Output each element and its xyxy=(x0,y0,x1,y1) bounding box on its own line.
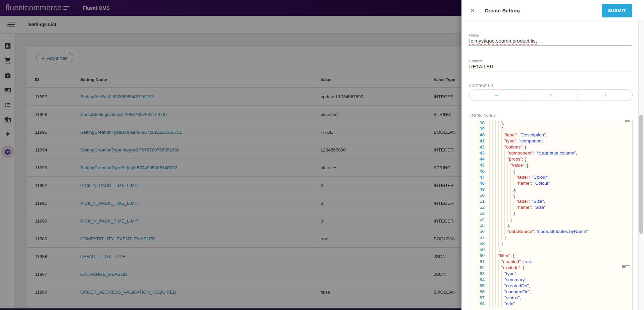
line-number: 50 xyxy=(469,192,485,198)
line-number: 46 xyxy=(469,168,485,174)
close-icon[interactable]: ✕ xyxy=(470,7,475,14)
line-number: 52 xyxy=(469,204,485,210)
editor-line: 64"summary", xyxy=(469,277,632,283)
create-setting-drawer: ✕ Create Setting SUBMIT Name fc.mystique… xyxy=(461,0,644,310)
line-number: 40 xyxy=(469,132,485,138)
json-value-label: JSON Value xyxy=(469,113,633,119)
editor-line: 62"exclude": [ xyxy=(469,265,632,271)
decrement-button[interactable]: − xyxy=(469,90,524,101)
bottom-scrollbar[interactable] xyxy=(0,308,461,310)
line-number: 62 xyxy=(469,265,485,271)
editor-line: 59], xyxy=(469,247,632,253)
json-editor[interactable]: 38},39{40"label": "Description",41"type"… xyxy=(469,120,633,310)
editor-line: 42"options": { xyxy=(469,144,632,150)
editor-line: 44"props": { xyxy=(469,156,632,162)
drawer-scrollbar-thumb[interactable] xyxy=(639,115,643,234)
editor-line: 67"status", xyxy=(469,295,632,301)
line-number: 59 xyxy=(469,247,485,253)
line-number: 56 xyxy=(469,229,485,235)
editor-line: 46{ xyxy=(469,168,632,174)
line-number: 47 xyxy=(469,174,485,180)
editor-line: 57} xyxy=(469,235,632,241)
editor-line: 40"label": "Description", xyxy=(469,132,632,138)
line-number: 42 xyxy=(469,144,485,150)
editor-line: 49}, xyxy=(469,186,632,192)
line-number: 49 xyxy=(469,186,485,192)
drawer-header: ✕ Create Setting SUBMIT xyxy=(462,0,644,21)
context-input[interactable]: RETAILER xyxy=(469,64,633,71)
line-number: 44 xyxy=(469,156,485,162)
editor-line: 65"createdOn", xyxy=(469,283,632,289)
editor-line: 54] xyxy=(469,216,632,223)
editor-line: 66"updatedOn", xyxy=(469,289,632,295)
name-input[interactable]: fc.mystique.search.product.list xyxy=(469,38,633,46)
line-number: 53 xyxy=(469,210,485,216)
line-number: 68 xyxy=(469,301,485,307)
editor-scrollbar-thumb[interactable] xyxy=(625,120,630,122)
line-number: 55 xyxy=(469,223,485,229)
line-number: 45 xyxy=(469,162,485,168)
line-number: 38 xyxy=(469,120,485,126)
editor-line: 58} xyxy=(469,241,632,247)
line-number: 51 xyxy=(469,198,485,204)
editor-scrollbar-mark[interactable] xyxy=(622,265,630,266)
line-number: 65 xyxy=(469,283,485,289)
editor-line: 45"value": [ xyxy=(469,162,632,168)
line-number: 64 xyxy=(469,277,485,283)
increment-button[interactable]: + xyxy=(578,90,632,101)
line-number: 61 xyxy=(469,259,485,265)
name-label: Name xyxy=(469,32,633,38)
editor-line: 43"component": "fc.attribute.column", xyxy=(469,150,632,156)
line-number: 39 xyxy=(469,126,485,132)
drawer-title: Create Setting xyxy=(485,8,520,14)
editor-line: 60"filter": { xyxy=(469,253,632,259)
line-number: 60 xyxy=(469,253,485,259)
line-number: 43 xyxy=(469,150,485,156)
drawer-scrollbar-track[interactable] xyxy=(638,21,644,310)
line-number: 67 xyxy=(469,295,485,301)
line-number: 54 xyxy=(469,216,485,223)
editor-line: 50{ xyxy=(469,192,632,198)
editor-line: 48"name": "Colour" xyxy=(469,180,632,186)
editor-line: 63"type", xyxy=(469,271,632,277)
line-number: 41 xyxy=(469,138,485,144)
line-number: 63 xyxy=(469,271,485,277)
submit-button[interactable]: SUBMIT xyxy=(602,4,632,17)
context-label: Context xyxy=(469,58,633,64)
context-id-label: Context ID xyxy=(469,82,633,88)
name-input-value: fc.mystique.search.product.list xyxy=(469,38,537,44)
editor-line: 52"name": "Size" xyxy=(469,204,632,210)
editor-line: 56"dataSource": "node.attributes.byName" xyxy=(469,229,632,235)
context-input-value: RETAILER xyxy=(469,64,493,69)
line-number: 48 xyxy=(469,180,485,186)
json-editor-lines: 38},39{40"label": "Description",41"type"… xyxy=(469,120,632,307)
editor-line: 53} xyxy=(469,210,632,216)
editor-line: 41"type": "component", xyxy=(469,138,632,144)
editor-line: 38}, xyxy=(469,120,632,126)
line-number: 66 xyxy=(469,289,485,295)
editor-line: 61"enabled": true, xyxy=(469,259,632,265)
modal-dim-overlay[interactable] xyxy=(0,0,461,310)
line-number: 58 xyxy=(469,241,485,247)
editor-line: 55}, xyxy=(469,223,632,229)
context-id-stepper: − 1 + xyxy=(469,89,633,101)
editor-line: 68"gtin" xyxy=(469,301,632,307)
context-id-value[interactable]: 1 xyxy=(524,90,578,101)
editor-line: 39{ xyxy=(469,126,632,132)
editor-line: 51"label": "Size", xyxy=(469,198,632,204)
line-number: 57 xyxy=(469,235,485,241)
editor-line: 47"label": "Colour", xyxy=(469,174,632,180)
